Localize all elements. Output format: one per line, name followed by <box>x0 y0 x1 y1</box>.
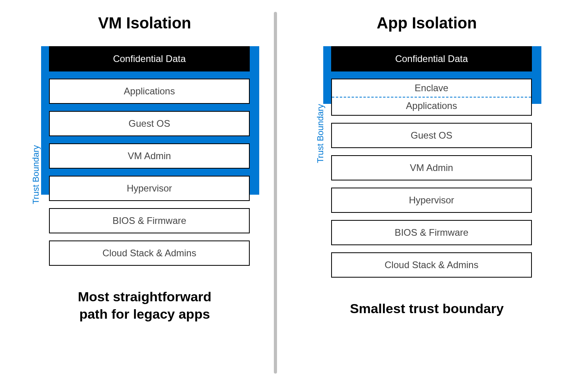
layer-applications: Applications <box>49 79 250 104</box>
layer-guest-os: Guest OS <box>49 111 250 136</box>
app-stack: Confidential Data Enclave Applications G… <box>331 46 553 278</box>
app-caption: Smallest trust boundary <box>300 300 553 317</box>
vm-isolation-title: VM Isolation <box>18 14 271 32</box>
vm-caption: Most straightforward path for legacy app… <box>18 288 271 323</box>
trust-boundary-label-right: Trust Boundary <box>315 104 326 163</box>
layer-enclave-applications: Enclave Applications <box>331 79 532 116</box>
vm-isolation-column: VM Isolation Trust Boundary Confidential… <box>18 0 271 323</box>
app-isolation-column: App Isolation Trust Boundary Confidentia… <box>300 0 553 317</box>
vm-caption-line1: Most straightforward <box>78 289 211 304</box>
layer-bios-firmware: BIOS & Firmware <box>331 220 532 245</box>
layer-bios-firmware: BIOS & Firmware <box>49 208 250 233</box>
enclave-divider <box>332 97 531 98</box>
layer-applications: Applications <box>332 97 531 115</box>
layer-cloud-stack: Cloud Stack & Admins <box>49 240 250 266</box>
trust-boundary-label-left: Trust Boundary <box>31 145 41 204</box>
vm-stack: Confidential Data Applications Guest OS … <box>49 46 271 266</box>
layer-vm-admin: VM Admin <box>331 155 532 180</box>
app-stack-wrap: Trust Boundary Confidential Data Enclave… <box>300 46 553 278</box>
layer-enclave: Enclave <box>332 79 531 97</box>
layer-vm-admin: VM Admin <box>49 143 250 169</box>
layer-guest-os: Guest OS <box>331 123 532 148</box>
vm-stack-wrap: Trust Boundary Confidential Data Applica… <box>18 46 271 266</box>
layer-confidential-data: Confidential Data <box>331 46 532 71</box>
layer-hypervisor: Hypervisor <box>331 188 532 213</box>
layer-hypervisor: Hypervisor <box>49 176 250 201</box>
layer-confidential-data: Confidential Data <box>49 46 250 71</box>
vm-caption-line2: path for legacy apps <box>79 306 210 321</box>
vertical-divider <box>274 12 277 374</box>
app-isolation-title: App Isolation <box>300 14 553 32</box>
layer-cloud-stack: Cloud Stack & Admins <box>331 252 532 278</box>
